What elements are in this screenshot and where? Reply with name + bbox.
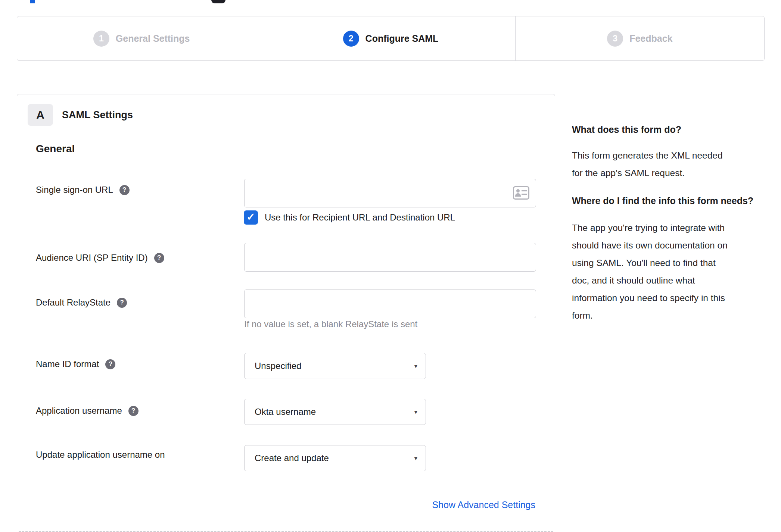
contact-head-shape — [516, 189, 520, 193]
contacts-autofill-icon[interactable] — [513, 186, 529, 200]
update-username-label-text: Update application username on — [36, 450, 165, 460]
chevron-down-icon: ▾ — [414, 362, 417, 370]
update-username-select[interactable]: Create and update ▾ — [244, 445, 426, 471]
help-answer-1-line: This form generates the XML needed — [572, 147, 781, 164]
name-id-format-label-text: Name ID format — [36, 359, 99, 369]
help-answer-2-line: information you need to specify in this — [572, 289, 781, 307]
help-sidebar: What does this form do? This form genera… — [572, 123, 781, 324]
sso-url-label-text: Single sign-on URL — [36, 185, 113, 195]
update-username-label: Update application username on — [36, 447, 165, 462]
top-clipped-blue-fragment — [30, 0, 35, 3]
audience-uri-input[interactable] — [244, 243, 536, 272]
recipient-url-checkbox-label: Use this for Recipient URL and Destinati… — [265, 212, 455, 223]
help-answer-1: This form generates the XML needed for t… — [572, 147, 781, 182]
help-answer-2: The app you're trying to integrate with … — [572, 219, 781, 324]
chevron-down-icon: ▾ — [414, 454, 417, 462]
help-icon[interactable]: ? — [119, 185, 130, 195]
help-question-1: What does this form do? — [572, 123, 781, 136]
default-relaystate-label-text: Default RelayState — [36, 297, 111, 308]
step-3-circle: 3 — [607, 31, 623, 47]
help-answer-2-line: should have its own documentation on — [572, 237, 781, 254]
step-1-circle: 1 — [93, 31, 109, 47]
step-2-label: Configure SAML — [365, 33, 439, 44]
step-2-circle: 2 — [343, 31, 359, 47]
help-answer-2-line: The app you're trying to integrate with — [572, 219, 781, 237]
relaystate-helper-text: If no value is set, a blank RelayState i… — [244, 319, 417, 329]
application-username-label: Application username ? — [36, 403, 139, 418]
use-for-recipient-checkbox[interactable]: ✓ — [244, 210, 258, 225]
step-general-settings[interactable]: 1 General Settings — [17, 16, 266, 60]
top-clipped-dark-fragment — [211, 0, 225, 3]
step-configure-saml[interactable]: 2 Configure SAML — [266, 16, 515, 60]
sso-url-label: Single sign-on URL ? — [36, 182, 130, 197]
check-icon: ✓ — [246, 212, 255, 222]
update-username-value: Create and update — [255, 453, 329, 463]
setup-wizard-stepper: 1 General Settings 2 Configure SAML 3 Fe… — [17, 16, 765, 61]
help-question-2-line: Where do I find the info this form — [572, 195, 718, 206]
contact-body-shape — [515, 193, 521, 197]
general-section-heading: General — [36, 143, 75, 155]
application-username-label-text: Application username — [36, 406, 122, 416]
help-answer-2-line: using SAML. You'll need to find that — [572, 254, 781, 272]
name-id-format-value: Unspecified — [255, 361, 301, 371]
contact-line1-shape — [522, 190, 527, 191]
show-advanced-settings-link[interactable]: Show Advanced Settings — [432, 500, 535, 510]
help-question-2-line: needs? — [721, 195, 754, 206]
recipient-url-checkbox-row: ✓ Use this for Recipient URL and Destina… — [244, 210, 455, 225]
panel-title: SAML Settings — [62, 104, 133, 126]
audience-uri-label: Audience URI (SP Entity ID) ? — [36, 250, 164, 265]
chevron-down-icon: ▾ — [414, 408, 417, 416]
step-3-label: Feedback — [629, 33, 672, 44]
help-answer-1-line: for the app's SAML request. — [572, 164, 781, 182]
sso-url-input[interactable] — [244, 179, 536, 207]
help-question-2: Where do I find the info this form needs… — [572, 194, 781, 208]
audience-uri-label-text: Audience URI (SP Entity ID) — [36, 253, 148, 263]
step-1-label: General Settings — [116, 33, 190, 44]
contact-line2-shape — [522, 194, 527, 195]
application-username-value: Okta username — [255, 407, 316, 417]
help-icon[interactable]: ? — [128, 406, 139, 416]
saml-settings-panel: A SAML Settings General Single sign-on U… — [17, 94, 555, 532]
help-icon[interactable]: ? — [154, 253, 164, 263]
sso-url-input-wrap — [244, 179, 536, 207]
help-icon[interactable]: ? — [117, 298, 127, 308]
name-id-format-select[interactable]: Unspecified ▾ — [244, 353, 426, 379]
name-id-format-label: Name ID format ? — [36, 357, 115, 372]
default-relaystate-label: Default RelayState ? — [36, 295, 127, 310]
section-a-badge: A — [28, 104, 53, 126]
default-relaystate-input[interactable] — [244, 290, 536, 318]
step-feedback[interactable]: 3 Feedback — [516, 16, 764, 60]
application-username-select[interactable]: Okta username ▾ — [244, 399, 426, 425]
help-answer-2-line: doc, and it should outline what — [572, 272, 781, 289]
help-icon[interactable]: ? — [105, 359, 115, 369]
help-answer-2-line: form. — [572, 307, 781, 324]
